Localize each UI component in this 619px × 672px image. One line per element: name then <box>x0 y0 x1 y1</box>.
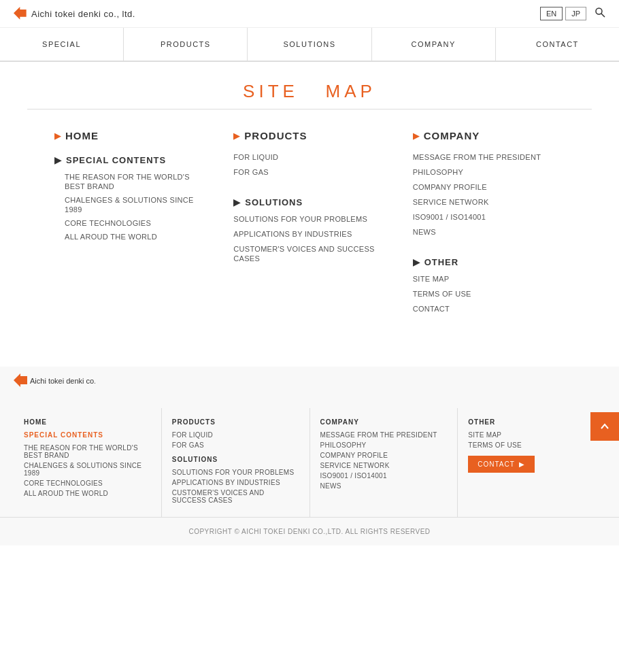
nav-products[interactable]: PRODUCTS <box>124 28 248 61</box>
company-link-1[interactable]: MESSAGE FROM THE PRESIDENT <box>413 153 541 161</box>
svg-point-1 <box>596 8 602 14</box>
footer-company-link-4[interactable]: SERVICE NETWORK <box>320 462 448 469</box>
other-links: SITE MAP TERMS OF USE CONTACT <box>413 274 565 314</box>
sitemap-col-products: ▶ PRODUCTS FOR LIQUID FOR GAS ▶ SOLUTION… <box>220 130 399 319</box>
footer-special-title: SPECIAL CONTENTS <box>24 431 151 439</box>
back-to-top-button[interactable] <box>590 412 619 441</box>
footer-solutions-link-2[interactable]: APPLICATIONS BY INDUSTRIES <box>172 479 299 486</box>
products-section-title[interactable]: ▶ PRODUCTS <box>233 130 385 141</box>
home-link-1[interactable]: THE REASON FOR THE WORLD'S BEST BRAND <box>65 173 190 190</box>
products-link-1[interactable]: FOR LIQUID <box>233 153 278 161</box>
list-item: COMPANY PROFILE <box>413 182 565 192</box>
company-link-6[interactable]: NEWS <box>413 228 436 236</box>
footer-company-link-3[interactable]: COMPANY PROFILE <box>320 452 448 459</box>
footer-solutions-link-3[interactable]: CUSTOMER'S VOICES AND SUCCESS CASES <box>172 489 299 504</box>
footer-company-link-1[interactable]: MESSAGE FROM THE PRESIDENT <box>320 431 448 439</box>
solutions-link-1[interactable]: SOLUTIONS FOR YOUR PROBLEMS <box>233 215 367 223</box>
list-item: SOLUTIONS FOR YOUR PROBLEMS <box>233 214 385 224</box>
footer-col-other: OTHER SITE MAP TERMS OF USE CONTACT ▶ <box>458 408 605 517</box>
chevron-up-icon <box>599 421 610 432</box>
solutions-links: SOLUTIONS FOR YOUR PROBLEMS APPLICATIONS… <box>233 214 385 263</box>
list-item: SERVICE NETWORK <box>413 197 565 207</box>
list-item: THE REASON FOR THE WORLD'S BEST BRAND <box>65 172 206 191</box>
home-section-title[interactable]: ▶ HOME <box>54 130 206 141</box>
footer-home-link-2[interactable]: CHALENGES & SOLUTIONS since 1989 <box>24 462 151 477</box>
footer-home-link-4[interactable]: ALL AROUD THE WORLD <box>24 490 151 497</box>
nav-contact[interactable]: CONTACT <box>496 28 619 61</box>
home-arrow-icon: ▶ <box>54 131 61 141</box>
home-link-3[interactable]: CORE TECHNOLOGIES <box>65 219 151 227</box>
company-section-title[interactable]: ▶ COMPANY <box>413 130 565 141</box>
footer-home-link-3[interactable]: CORE TECHNOLOGIES <box>24 480 151 487</box>
other-link-3[interactable]: CONTACT <box>413 305 450 313</box>
footer-company-link-2[interactable]: PHILOSOPHY <box>320 441 448 449</box>
header: Aichi tokei denki co., ltd. EN JP <box>0 0 619 28</box>
company-link-2[interactable]: PHILOSOPHY <box>413 168 464 176</box>
company-link-3[interactable]: COMPANY PROFILE <box>413 183 487 191</box>
solutions-link-2[interactable]: APPLICATIONS BY INDUSTRIES <box>233 230 352 238</box>
nav-special[interactable]: SPECIAL <box>0 28 124 61</box>
svg-marker-0 <box>14 7 27 20</box>
list-item: CUSTOMER'S VOICES AND SUCCESS CASES <box>233 244 385 263</box>
home-link-4[interactable]: ALL AROUD THE WORLD <box>65 233 157 241</box>
footer-other-link-1[interactable]: SITE MAP <box>468 431 595 439</box>
footer: Aichi tokei denki co., ltd. HOME SPECIAL… <box>0 367 619 545</box>
logo-icon <box>14 7 27 20</box>
footer-col-products: PRODUCTS FOR LIQUID FOR GAS SOLUTIONS SO… <box>162 408 310 517</box>
other-section-title[interactable]: ▶ OTHER <box>413 257 565 267</box>
footer-products-link-2[interactable]: FOR GAS <box>172 441 299 449</box>
company-link-5[interactable]: ISO9001 / ISO14001 <box>413 213 486 221</box>
header-right: EN JP <box>540 7 605 20</box>
search-button[interactable] <box>595 7 605 20</box>
products-link-2[interactable]: FOR GAS <box>233 168 269 176</box>
nav-company[interactable]: COMPANY <box>372 28 496 61</box>
solutions-link-3[interactable]: CUSTOMER'S VOICES AND SUCCESS CASES <box>233 245 374 263</box>
list-item: CONTACT <box>413 304 565 314</box>
main-nav: SPECIAL PRODUCTS SOLUTIONS COMPANY CONTA… <box>0 28 619 62</box>
footer-logo-section: Aichi tokei denki co., ltd. <box>0 367 619 394</box>
sitemap-col-home: ▶ HOME ▶ SPECIAL CONTENTS THE REASON FOR… <box>41 130 220 319</box>
footer-company-title: COMPANY <box>320 418 448 426</box>
footer-products-title: PRODUCTS <box>172 418 299 426</box>
lang-jp-button[interactable]: JP <box>565 7 586 20</box>
footer-contact-button[interactable]: CONTACT ▶ <box>468 456 535 473</box>
list-item: NEWS <box>413 227 565 237</box>
logo-text: Aichi tokei denki co., ltd. <box>31 9 135 19</box>
footer-home-title: HOME <box>24 418 151 426</box>
svg-text:Aichi tokei denki co., ltd.: Aichi tokei denki co., ltd. <box>30 377 95 385</box>
list-item: CHALENGES & SOLUTIONS since 1989 <box>65 195 206 214</box>
nav-solutions[interactable]: SOLUTIONS <box>248 28 371 61</box>
solutions-section-title[interactable]: ▶ SOLUTIONS <box>233 197 385 207</box>
footer-home-link-1[interactable]: THE REASON FOR THE WORLD'S BEST BRAND <box>24 444 151 459</box>
footer-solutions-link-1[interactable]: SOLUTIONS FOR YOUR PROBLEMS <box>172 469 299 476</box>
products-links: FOR LIQUID FOR GAS <box>233 152 385 177</box>
footer-solutions-title: SOLUTIONS <box>172 456 299 463</box>
search-icon <box>595 7 605 18</box>
list-item: ISO9001 / ISO14001 <box>413 212 565 222</box>
other-link-1[interactable]: SITE MAP <box>413 275 450 283</box>
footer-company-link-6[interactable]: NEWS <box>320 482 448 490</box>
footer-logo-icon: Aichi tokei denki co., ltd. <box>14 373 95 388</box>
list-item: MESSAGE FROM THE PRESIDENT <box>413 152 565 162</box>
list-item: PHILOSOPHY <box>413 167 565 177</box>
home-link-2[interactable]: CHALENGES & SOLUTIONS since 1989 <box>65 196 194 214</box>
footer-col-home: HOME SPECIAL CONTENTS THE REASON FOR THE… <box>14 408 162 517</box>
company-arrow-icon: ▶ <box>413 131 420 141</box>
list-item: APPLICATIONS BY INDUSTRIES <box>233 229 385 239</box>
other-arrow-icon: ▶ <box>413 257 420 267</box>
solutions-arrow-icon: ▶ <box>233 197 241 207</box>
other-link-2[interactable]: TERMS OF USE <box>413 290 471 298</box>
special-contents-links: THE REASON FOR THE WORLD'S BEST BRAND CH… <box>65 172 206 241</box>
list-item: SITE MAP <box>413 274 565 284</box>
footer-copyright: COPYRIGHT © AICHI TOKEI DENKI CO.,LTD. A… <box>0 518 619 545</box>
footer-other-link-2[interactable]: TERMS OF USE <box>468 441 595 449</box>
special-contents-title[interactable]: ▶ SPECIAL CONTENTS <box>54 155 206 165</box>
footer-company-link-5[interactable]: ISO9001 / ISO14001 <box>320 472 448 480</box>
footer-products-link-1[interactable]: FOR LIQUID <box>172 431 299 439</box>
list-item: CORE TECHNOLOGIES <box>65 218 206 228</box>
lang-en-button[interactable]: EN <box>540 7 563 20</box>
footer-col-company: COMPANY MESSAGE FROM THE PRESIDENT PHILO… <box>310 408 458 517</box>
sitemap-col-company: ▶ COMPANY MESSAGE FROM THE PRESIDENT PHI… <box>399 130 578 319</box>
products-arrow-icon: ▶ <box>233 131 240 141</box>
company-link-4[interactable]: SERVICE NETWORK <box>413 198 489 206</box>
